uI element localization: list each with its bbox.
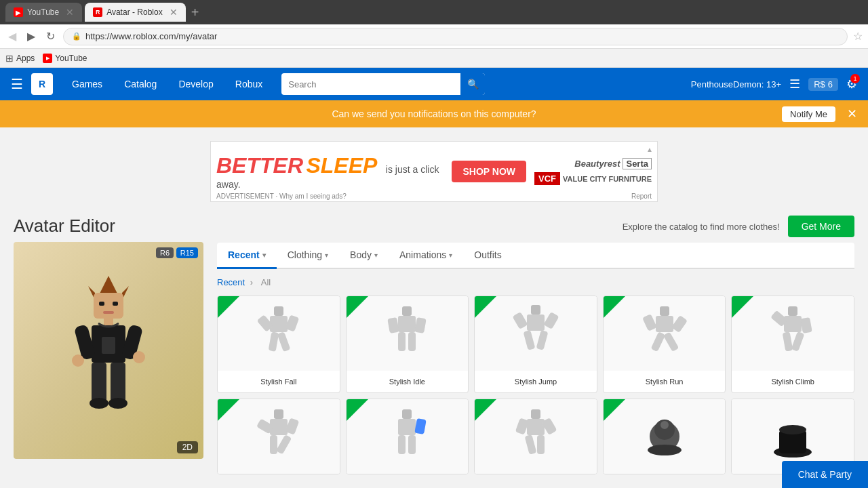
roblox-tab[interactable]: R Avatar - Roblox ✕ (85, 3, 185, 22)
roblox-logo[interactable]: R (31, 73, 53, 95)
banner-close-button[interactable]: ✕ (847, 106, 857, 121)
item-stylish-fall-img (218, 296, 340, 371)
svg-rect-5 (113, 302, 118, 306)
new-tab-button[interactable]: + (191, 5, 199, 20)
nav-games[interactable]: Games (64, 79, 111, 89)
youtube-tab[interactable]: ▶ YouTube ✕ (5, 3, 82, 22)
bookmark-star-icon[interactable]: ☆ (853, 30, 863, 43)
username-label[interactable]: PenthouseDemon: 13+ (691, 79, 781, 89)
refresh-button[interactable]: ↻ (43, 27, 58, 45)
ad-serta: Serta (623, 158, 652, 169)
green-corner-badge (475, 296, 496, 318)
avatar-preview-box: R6 R15 (14, 242, 203, 459)
ad-vcf: VCF (534, 172, 560, 185)
robux-button[interactable]: R$ 6 (808, 78, 838, 91)
item-stylish-run[interactable]: Stylish Run (603, 296, 726, 393)
shop-now-button[interactable]: SHOP NOW (452, 161, 526, 182)
ad-report-button[interactable]: Report (631, 192, 652, 200)
messages-icon[interactable]: ☰ (789, 77, 800, 92)
green-corner-badge (475, 399, 496, 421)
green-corner-badge (347, 296, 368, 318)
notify-me-button[interactable]: Notify Me (782, 106, 835, 122)
tab-animations-dropdown-icon: ▾ (449, 251, 452, 259)
youtube-tab-label: YouTube (27, 7, 59, 17)
settings-button[interactable]: ⚙ 1 (846, 77, 857, 92)
tab-body[interactable]: Body ▾ (339, 243, 389, 269)
green-corner-badge (604, 399, 625, 421)
svg-rect-7 (104, 319, 113, 325)
svg-rect-43 (784, 316, 802, 332)
item-stylish-climb[interactable]: Stylish Climb (731, 296, 854, 393)
roblox-tab-close[interactable]: ✕ (170, 7, 178, 18)
item-row2-3-img (475, 399, 597, 474)
search-input[interactable] (281, 79, 460, 89)
view-2d-button[interactable]: 2D (177, 441, 198, 453)
tab-body-label: Body (350, 249, 372, 260)
svg-rect-64 (537, 435, 545, 454)
search-bar[interactable]: 🔍 (281, 73, 485, 95)
svg-rect-23 (277, 331, 290, 352)
svg-rect-6 (103, 311, 114, 314)
nav-develop[interactable]: Develop (170, 79, 221, 89)
catalog-tabs: Recent ▾ Clothing ▾ Body ▾ Animations ▾ … (217, 243, 854, 269)
figure-row2-2 (383, 406, 431, 467)
chat-party-button[interactable]: Chat & Party (782, 461, 868, 488)
item-row2-1-img (218, 399, 340, 474)
r15-badge[interactable]: R15 (176, 247, 198, 258)
figure-row2-3 (512, 406, 559, 467)
breadcrumb-recent[interactable]: Recent (217, 277, 245, 287)
apps-grid-icon: ⊞ (5, 53, 14, 64)
tab-clothing-label: Clothing (288, 249, 322, 260)
item-stylish-jump[interactable]: Stylish Jump (474, 296, 597, 393)
nav-robux[interactable]: Robux (227, 79, 271, 89)
tab-animations[interactable]: Animations ▾ (389, 243, 463, 269)
svg-point-16 (108, 398, 127, 409)
hat-item-figure (641, 406, 688, 467)
apps-bookmark[interactable]: ⊞ Apps (5, 53, 35, 64)
item-stylish-climb-img (732, 296, 854, 371)
green-corner-badge (347, 399, 368, 421)
svg-rect-56 (415, 418, 427, 434)
youtube-bookmark[interactable]: YouTube (43, 54, 87, 63)
r6-badge[interactable]: R6 (156, 247, 174, 258)
tab-clothing[interactable]: Clothing ▾ (277, 243, 339, 269)
nav-catalog[interactable]: Catalog (116, 79, 165, 89)
ad-corner-icon: ▲ (646, 146, 653, 153)
tab-outfits[interactable]: Outfits (463, 243, 512, 269)
breadcrumb: Recent › All (217, 274, 854, 290)
item-row2-2[interactable] (346, 399, 469, 474)
item-stylish-jump-img (475, 296, 597, 371)
svg-point-11 (72, 354, 84, 367)
forward-button[interactable]: ▶ (24, 27, 38, 45)
address-bar[interactable]: 🔒 https://www.roblox.com/my/avatar (63, 28, 848, 45)
svg-rect-27 (415, 317, 427, 333)
svg-rect-38 (642, 314, 657, 331)
item-row2-4[interactable] (603, 399, 726, 474)
items-grid: Stylish Fall Stylish Idle (217, 296, 854, 474)
tab-recent[interactable]: Recent ▾ (217, 243, 277, 269)
item-stylish-fall[interactable]: Stylish Fall (217, 296, 340, 393)
browser-address-bar: ◀ ▶ ↻ 🔒 https://www.roblox.com/my/avatar… (0, 24, 868, 49)
item-stylish-idle-img (347, 296, 469, 371)
svg-rect-31 (527, 314, 545, 331)
back-button[interactable]: ◀ (5, 27, 19, 45)
tab-outfits-label: Outfits (474, 249, 501, 260)
catalog-panel: Explore the catalog to find more clothes… (203, 213, 854, 474)
item-stylish-idle-name: Stylish Idle (347, 371, 469, 392)
youtube-tab-close[interactable]: ✕ (66, 7, 74, 18)
svg-point-71 (779, 425, 806, 434)
hamburger-menu-button[interactable]: ☰ (11, 76, 23, 92)
item-stylish-idle[interactable]: Stylish Idle (346, 296, 469, 393)
search-button[interactable]: 🔍 (460, 73, 485, 95)
tab-body-dropdown-icon: ▾ (374, 251, 378, 259)
svg-rect-39 (671, 315, 688, 333)
svg-rect-40 (650, 331, 665, 352)
svg-rect-63 (525, 434, 537, 455)
browser-title-bar: ▶ YouTube ✕ R Avatar - Roblox ✕ + (0, 0, 868, 24)
svg-point-68 (660, 421, 669, 429)
get-more-button[interactable]: Get More (788, 216, 854, 237)
svg-rect-33 (543, 312, 559, 329)
item-row2-1[interactable] (217, 399, 340, 474)
ad-container-wrapper: ▲ BETTER SLEEP is just a click away. SHO… (0, 127, 868, 213)
item-row2-3[interactable] (474, 399, 597, 474)
